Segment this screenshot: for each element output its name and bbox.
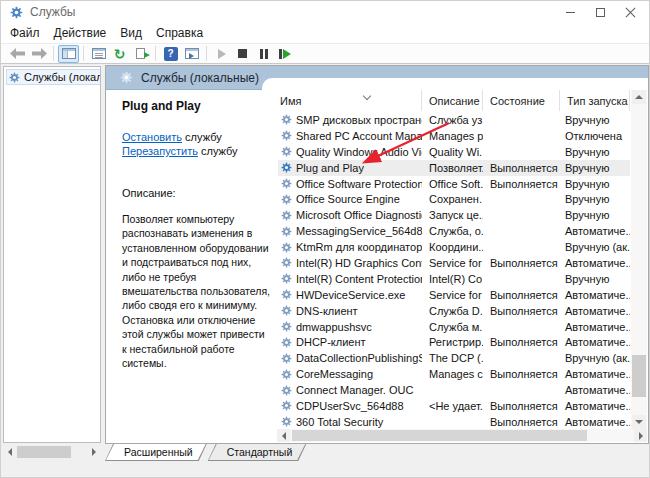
table-row[interactable]: DHCP-клиент Регистрир... Выполняется Авт… bbox=[278, 334, 630, 350]
vertical-scrollbar-thumb[interactable] bbox=[632, 355, 646, 397]
table-row[interactable]: Office Source Engine Сохранен... Вручную bbox=[278, 191, 630, 207]
column-header-name[interactable]: Имя bbox=[278, 90, 422, 111]
table-row[interactable]: CoreMessaging Manages c... Выполняется А… bbox=[278, 366, 630, 382]
scroll-left-icon[interactable] bbox=[3, 445, 17, 459]
stop-service-button[interactable] bbox=[232, 45, 253, 63]
back-button[interactable] bbox=[7, 45, 28, 63]
service-name: SMP дисковых пространст... bbox=[296, 114, 422, 126]
menu-file[interactable]: Файл bbox=[10, 26, 40, 40]
show-console-tree-button[interactable] bbox=[58, 45, 79, 63]
table-row[interactable]: Microsoft Office Diagnostic... Запуск це… bbox=[278, 207, 630, 223]
service-description: Позволяет... bbox=[422, 162, 483, 174]
menu-action[interactable]: Действие bbox=[54, 26, 107, 40]
service-name: HWDeviceService.exe bbox=[296, 289, 405, 301]
help-button[interactable] bbox=[160, 45, 181, 63]
service-name: Office Software Protection ... bbox=[296, 178, 422, 190]
title-bar: Службы bbox=[1, 1, 649, 23]
service-startup-type: Вручную bbox=[560, 209, 630, 221]
service-state: Выполняется bbox=[483, 305, 560, 317]
tab-standard[interactable]: Стандартный bbox=[208, 444, 308, 461]
service-startup-type: Вручную bbox=[560, 146, 630, 158]
table-row[interactable]: KtmRm для координатора ... Координи... В… bbox=[278, 239, 630, 255]
column-header-description[interactable]: Описание bbox=[422, 90, 483, 111]
scroll-right-icon[interactable] bbox=[87, 445, 101, 459]
menu-bar: Файл Действие Вид Справка bbox=[1, 23, 649, 43]
tree-item-services-local[interactable]: Службы (локальные) bbox=[6, 69, 101, 85]
service-gear-icon bbox=[281, 257, 292, 268]
service-state: Выполняется bbox=[483, 289, 560, 301]
tab-extended[interactable]: Расширенный bbox=[105, 444, 208, 461]
show-popup-window-button[interactable] bbox=[181, 45, 202, 63]
service-startup-type: Автоматиче... bbox=[560, 289, 630, 301]
list-header: Имя Описание Состояние Тип запуска bbox=[278, 90, 630, 111]
service-startup-type: Автоматиче... bbox=[560, 257, 630, 269]
service-gear-icon bbox=[281, 114, 292, 125]
service-description: Service for ... bbox=[422, 289, 483, 301]
menu-view[interactable]: Вид bbox=[120, 26, 142, 40]
start-service-icon bbox=[218, 49, 226, 59]
services-gear-icon bbox=[10, 6, 23, 19]
forward-button[interactable] bbox=[28, 45, 49, 63]
back-icon bbox=[10, 48, 26, 59]
service-startup-type: Автоматиче... bbox=[560, 416, 630, 428]
table-row[interactable]: Plug and Play Позволяет... Выполняется В… bbox=[278, 160, 630, 176]
table-row[interactable]: HWDeviceService.exe Service for ... Выпо… bbox=[278, 287, 630, 303]
restart-service-link[interactable]: Перезапустить bbox=[122, 145, 198, 157]
service-gear-icon bbox=[281, 305, 292, 316]
service-description: Intel(R) Co... bbox=[422, 273, 483, 285]
service-startup-type: Отключена bbox=[560, 130, 630, 142]
table-row[interactable]: Connect Manager. OUC Автоматиче... bbox=[278, 382, 630, 398]
scroll-down-icon[interactable] bbox=[632, 415, 646, 429]
properties-button[interactable] bbox=[88, 45, 109, 63]
extended-view-pane: Службы (локальные) Имя Описание Состояни… bbox=[105, 65, 649, 444]
horizontal-scrollbar-thumb[interactable] bbox=[292, 430, 587, 441]
service-name: Microsoft Office Diagnostic... bbox=[296, 209, 422, 221]
pause-service-button[interactable] bbox=[253, 45, 274, 63]
list-vertical-scrollbar[interactable] bbox=[631, 90, 647, 429]
sort-indicator-icon bbox=[363, 92, 371, 100]
column-header-state[interactable]: Состояние bbox=[483, 90, 560, 111]
table-row[interactable]: Shared PC Account Manager Manages p... О… bbox=[278, 128, 630, 144]
start-service-button[interactable] bbox=[211, 45, 232, 63]
table-row[interactable]: MessagingService_564d88 Служба, о... Авт… bbox=[278, 223, 630, 239]
tree-scrollbar-thumb[interactable] bbox=[17, 446, 71, 458]
column-header-startup-type[interactable]: Тип запуска bbox=[560, 90, 630, 111]
scroll-up-icon[interactable] bbox=[632, 90, 646, 104]
table-row[interactable]: DataCollectionPublishingSe... The DCP (.… bbox=[278, 350, 630, 366]
service-startup-type: Вручную bbox=[560, 114, 630, 126]
table-row[interactable]: Quality Windows Audio Vid... Quality Wi.… bbox=[278, 144, 630, 160]
service-startup-type: Автоматиче... bbox=[560, 368, 630, 380]
restart-service-line: Перезапустить службу bbox=[122, 144, 258, 158]
scroll-right-icon[interactable] bbox=[634, 429, 647, 442]
service-description: Служба D... bbox=[422, 305, 483, 317]
close-button[interactable] bbox=[615, 1, 645, 23]
services-window: Службы Файл Действие Вид Справка ↻ bbox=[0, 0, 650, 478]
service-list-rows: SMP дисковых пространст... Служба уз... … bbox=[278, 112, 630, 430]
export-list-button[interactable] bbox=[130, 45, 151, 63]
table-row[interactable]: DNS-клиент Служба D... Выполняется Автом… bbox=[278, 303, 630, 319]
service-gear-icon bbox=[281, 194, 292, 205]
service-description: Service for ... bbox=[422, 257, 483, 269]
table-row[interactable]: Office Software Protection ... Office So… bbox=[278, 176, 630, 192]
table-row[interactable]: Intel(R) Content Protection ... Intel(R)… bbox=[278, 271, 630, 287]
service-description: Служба, о... bbox=[422, 225, 483, 237]
table-row[interactable]: SMP дисковых пространст... Служба уз... … bbox=[278, 112, 630, 128]
list-horizontal-scrollbar[interactable] bbox=[277, 429, 647, 442]
restart-service-button[interactable] bbox=[274, 45, 295, 63]
table-row[interactable]: CDPUserSvc_564d88 <Не удает... Выполняет… bbox=[278, 398, 630, 414]
table-row[interactable]: Intel(R) HD Graphics Contro... Service f… bbox=[278, 255, 630, 271]
minimize-button[interactable] bbox=[555, 1, 585, 23]
service-startup-type: Вручную bbox=[560, 273, 630, 285]
service-gear-icon bbox=[281, 321, 292, 332]
service-gear-icon bbox=[281, 289, 292, 300]
table-row[interactable]: 360 Total Security Выполняется Автоматич… bbox=[278, 414, 630, 430]
menu-help[interactable]: Справка bbox=[156, 26, 203, 40]
table-row[interactable]: dmwappushsvc Служба м... Автоматиче... bbox=[278, 319, 630, 335]
service-name: 360 Total Security bbox=[296, 416, 383, 428]
scroll-left-icon[interactable] bbox=[277, 429, 290, 442]
service-description: Manages c... bbox=[422, 368, 483, 380]
maximize-button[interactable] bbox=[585, 1, 615, 23]
stop-service-link[interactable]: Остановить bbox=[122, 131, 182, 143]
tree-horizontal-scrollbar[interactable] bbox=[3, 445, 101, 459]
refresh-button[interactable]: ↻ bbox=[109, 45, 130, 63]
